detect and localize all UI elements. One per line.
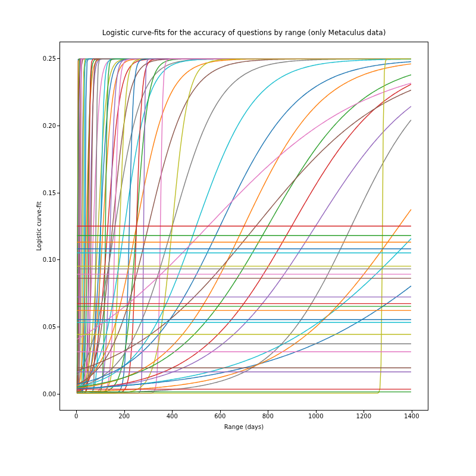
x-tick-label: 1400 bbox=[404, 413, 419, 419]
figure: Logistic curve-fits for the accuracy of … bbox=[0, 0, 476, 476]
x-tick-label: 800 bbox=[262, 413, 274, 419]
y-tick-mark bbox=[57, 259, 60, 260]
x-tick-label: 400 bbox=[167, 413, 178, 419]
x-tick-label: 200 bbox=[118, 413, 130, 419]
x-axis-label: Range (days) bbox=[60, 424, 428, 430]
x-tick-label: 1000 bbox=[308, 413, 323, 419]
x-tick-label: 1200 bbox=[356, 413, 371, 419]
y-tick-label: 0.05 bbox=[26, 324, 56, 330]
curve-c11 bbox=[77, 59, 411, 390]
y-tick-mark bbox=[57, 58, 60, 59]
y-tick-mark bbox=[57, 394, 60, 394]
y-tick-mark bbox=[57, 193, 60, 193]
y-tick-mark bbox=[57, 126, 60, 126]
y-tick-label: 0.10 bbox=[26, 256, 56, 263]
curve-c39 bbox=[77, 107, 411, 390]
chart-title: Logistic curve-fits for the accuracy of … bbox=[60, 29, 428, 37]
y-tick-label: 0.15 bbox=[26, 189, 56, 196]
y-axis-label: Logistic curve-fit bbox=[36, 42, 44, 411]
x-tick-label: 600 bbox=[214, 413, 226, 419]
curve-c39b bbox=[77, 90, 411, 370]
curve-c24 bbox=[77, 59, 411, 389]
plot-axes bbox=[60, 42, 428, 411]
curve-c37 bbox=[77, 75, 411, 387]
y-tick-label: 0.25 bbox=[26, 55, 56, 62]
y-tick-label: 0.00 bbox=[26, 390, 56, 397]
y-tick-mark bbox=[57, 327, 60, 327]
x-tick-label: 0 bbox=[74, 413, 78, 419]
plot-svg bbox=[60, 42, 428, 410]
y-tick-label: 0.20 bbox=[26, 122, 56, 129]
